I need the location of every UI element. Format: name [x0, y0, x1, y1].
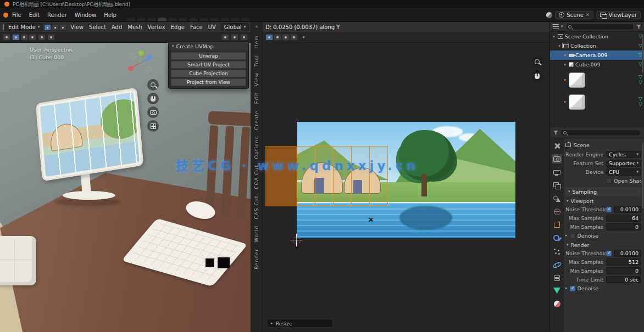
sidebar-tab[interactable]: COA Cut	[254, 165, 259, 189]
workspace-tab[interactable]	[168, 17, 177, 21]
uv-vertex-select-icon[interactable]	[265, 34, 273, 41]
render-min-samples-field[interactable]: 0	[606, 267, 641, 274]
viewport-min-samples-field[interactable]: 0	[606, 223, 641, 230]
outliner-row[interactable]: ▾ Collection	[550, 41, 644, 50]
uv-mapping-button[interactable]: Project from View	[171, 78, 246, 86]
render-subsection-header[interactable]: ▾ Render	[565, 241, 641, 249]
viewport-denoise-checkbox[interactable]	[570, 233, 575, 239]
editor-type-icon[interactable]	[3, 24, 4, 30]
ortho-toggle-button[interactable]	[147, 120, 159, 132]
workspace-tab[interactable]	[241, 17, 251, 21]
viewport-menu[interactable]: Face	[187, 24, 206, 31]
workspace-tab[interactable]	[220, 17, 230, 21]
properties-tab-material[interactable]	[552, 299, 562, 308]
outliner-row[interactable]: ▾	[550, 69, 644, 91]
workspace-tab[interactable]	[136, 17, 146, 21]
osl-checkbox[interactable]	[606, 178, 612, 184]
outliner-scrollbar[interactable]	[642, 34, 643, 72]
uv-edge-select-icon[interactable]	[274, 34, 281, 41]
select-circle-icon[interactable]	[20, 34, 28, 41]
properties-tab-render[interactable]	[552, 154, 562, 164]
pan-button[interactable]	[147, 93, 159, 104]
sidebar-tab[interactable]: Render	[254, 249, 259, 269]
snap-magnet-icon[interactable]	[38, 34, 46, 41]
navigation-gizmo[interactable]	[125, 48, 155, 80]
uv-zoom-button[interactable]	[531, 56, 543, 67]
render-denoise-row[interactable]: ▸ Denoise	[565, 284, 641, 292]
zoom-button[interactable]	[147, 79, 159, 91]
workspace-tab[interactable]	[157, 17, 167, 21]
menu-item[interactable]: Help	[100, 11, 120, 19]
sidebar-tab[interactable]: World	[254, 226, 259, 243]
properties-tab-data[interactable]	[552, 286, 562, 295]
select-lasso-icon[interactable]	[29, 34, 36, 41]
sidebar-tab[interactable]: View	[254, 72, 259, 86]
uv-face[interactable]	[334, 147, 352, 206]
show-overlays-icon[interactable]	[231, 34, 238, 41]
properties-tab-constraints[interactable]	[552, 273, 562, 282]
orientation-dropdown[interactable]: Global▾	[221, 23, 249, 31]
device-select[interactable]: CPU▾	[606, 168, 641, 176]
outliner-row[interactable]: ▾ Cube.009	[550, 60, 644, 69]
expand-icon[interactable]: ▾	[552, 35, 556, 39]
outliner-row[interactable]: ▾	[550, 91, 644, 113]
workspace-tab[interactable]	[126, 17, 136, 21]
uv-island-select-icon[interactable]	[290, 34, 298, 41]
panel-header[interactable]: ▾ Create UVMap	[169, 42, 248, 50]
uv-face[interactable]	[370, 147, 387, 206]
viewport-menu[interactable]: Mesh	[125, 24, 145, 31]
render-noise-threshold-checkbox[interactable]	[606, 251, 612, 256]
uv-island-selected[interactable]	[265, 146, 297, 206]
uv-face[interactable]	[315, 147, 334, 206]
uv-mapping-button[interactable]: Unwrap	[171, 52, 246, 60]
uv-pivot-dropdown[interactable]: ▾	[299, 35, 308, 41]
app-menu-icon[interactable]	[3, 13, 8, 18]
viewport-subsection-header[interactable]: ▾ Viewport	[565, 197, 641, 205]
properties-tab-view_layer[interactable]	[552, 181, 562, 190]
expand-operator-icon[interactable]: ▸	[271, 322, 273, 325]
uv-face-select-icon[interactable]	[282, 34, 290, 41]
toggle-xray-icon[interactable]	[240, 34, 248, 41]
workspace-tab[interactable]	[199, 17, 209, 21]
uv-2d-cursor[interactable]	[293, 237, 301, 244]
outliner-row[interactable]: ▾ Scene Collection	[550, 32, 644, 41]
sidebar-tab[interactable]: Item	[254, 35, 259, 49]
properties-scrollbar[interactable]	[642, 143, 643, 209]
workspace-tab[interactable]	[178, 17, 188, 21]
expand-icon[interactable]: ▸	[565, 234, 568, 238]
render-engine-select[interactable]: Cycles▾	[606, 151, 641, 158]
proportional-edit-icon[interactable]	[47, 34, 55, 41]
properties-tab-object[interactable]	[552, 220, 562, 229]
menu-item[interactable]: Edit	[25, 11, 43, 19]
workspace-tab[interactable]	[230, 17, 240, 21]
viewport-noise-threshold-field[interactable]: 0.0100	[614, 206, 641, 213]
properties-tab-scene[interactable]	[552, 194, 562, 203]
collapse-sidebar-icon[interactable]: «	[255, 24, 258, 29]
time-limit-field[interactable]: 0 sec	[606, 276, 641, 283]
properties-search[interactable]	[560, 130, 641, 136]
properties-tab-world[interactable]	[552, 207, 562, 216]
face-select-icon[interactable]	[59, 24, 66, 31]
properties-tab-particles[interactable]	[552, 246, 562, 256]
viewport-menu[interactable]: UV	[206, 24, 219, 31]
mesh-data-icon[interactable]	[639, 75, 642, 86]
uv-mapping-button[interactable]: Cube Projection	[171, 70, 246, 77]
workspace-tab[interactable]	[209, 17, 219, 21]
mesh-data-icon[interactable]	[639, 97, 642, 108]
properties-tab-modifiers[interactable]	[552, 233, 562, 243]
expand-icon[interactable]: ▾	[563, 53, 567, 58]
operator-panel[interactable]: ▸ Resize	[267, 319, 333, 328]
viewport-noise-threshold-checkbox[interactable]	[606, 207, 612, 212]
sidebar-tab[interactable]: Create	[254, 110, 259, 130]
uv-canvas[interactable]: ▸ Resize	[263, 43, 549, 332]
viewport-menu[interactable]: Vertex	[145, 24, 168, 31]
viewport-menu[interactable]: View	[68, 24, 86, 31]
shading-sphere-icon[interactable]	[546, 12, 552, 18]
select-box-icon[interactable]	[12, 34, 20, 41]
expand-icon[interactable]: ▸	[565, 286, 568, 290]
edge-select-icon[interactable]	[52, 24, 59, 31]
sidebar-tab[interactable]: Tool	[254, 55, 259, 66]
outliner-row[interactable]: ▾ Camera.009	[550, 50, 644, 60]
expand-icon[interactable]: ▾	[563, 63, 567, 67]
show-gizmo-icon[interactable]	[221, 34, 229, 41]
